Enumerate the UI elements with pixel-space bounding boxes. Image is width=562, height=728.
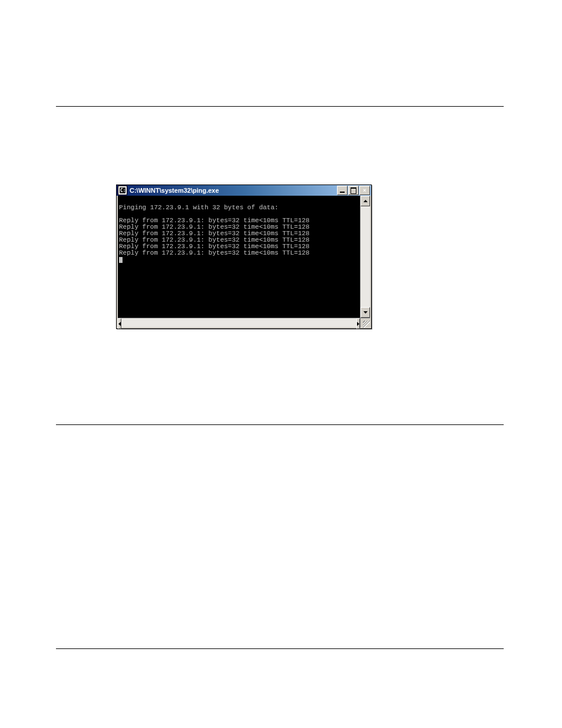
titlebar-buttons: ×	[337, 186, 370, 195]
client-area: Pinging 172.23.9.1 with 32 bytes of data…	[118, 196, 370, 327]
grip-icon	[363, 321, 370, 328]
svg-marker-5	[357, 322, 359, 326]
terminal-output: Pinging 172.23.9.1 with 32 bytes of data…	[118, 196, 360, 318]
scroll-track-horizontal[interactable]	[121, 318, 356, 327]
resize-corner[interactable]	[360, 318, 370, 328]
chevron-right-icon	[357, 322, 359, 326]
svg-marker-3	[363, 311, 368, 314]
scroll-track-vertical[interactable]	[361, 206, 370, 307]
horizontal-scrollbar[interactable]	[118, 318, 360, 327]
scroll-up-button[interactable]	[361, 196, 370, 206]
console-window: C: C:\WINNT\system32\ping.exe × Pinging …	[116, 185, 372, 329]
maximize-button[interactable]	[348, 186, 359, 195]
divider-mid-2	[56, 648, 504, 649]
minimize-button[interactable]	[337, 186, 348, 195]
chevron-left-icon	[118, 322, 121, 326]
divider-mid-1	[56, 424, 504, 425]
scroll-down-button[interactable]	[361, 307, 370, 318]
svg-text:C:: C:	[120, 188, 125, 193]
chevron-down-icon	[363, 311, 368, 314]
window-title: C:\WINNT\system32\ping.exe	[130, 187, 337, 194]
titlebar[interactable]: C: C:\WINNT\system32\ping.exe ×	[117, 185, 371, 196]
vertical-scrollbar[interactable]	[360, 196, 370, 318]
svg-marker-4	[118, 322, 121, 326]
chevron-up-icon	[363, 200, 368, 202]
divider-top	[56, 106, 504, 107]
close-button[interactable]: ×	[359, 186, 370, 195]
page: C: C:\WINNT\system32\ping.exe × Pinging …	[0, 0, 562, 728]
svg-marker-2	[363, 200, 368, 202]
app-icon: C:	[118, 186, 127, 195]
cursor	[119, 257, 123, 263]
